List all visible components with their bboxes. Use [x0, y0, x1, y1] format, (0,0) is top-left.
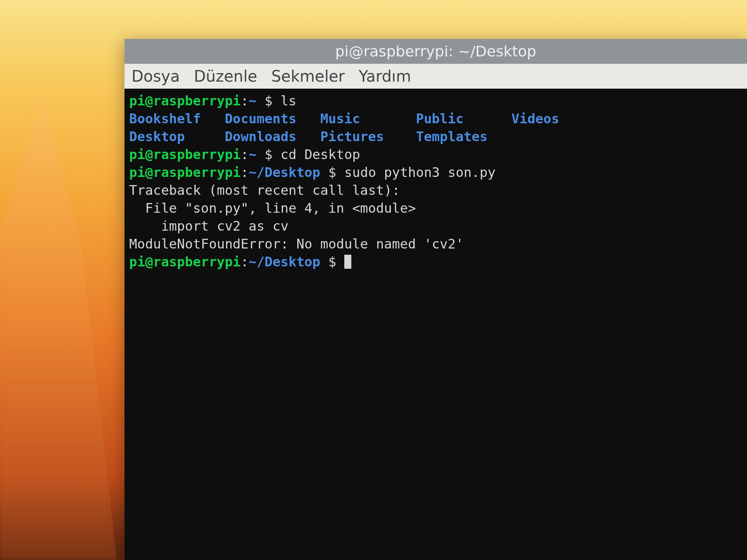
window-titlebar[interactable]: pi@raspberrypi: ~/Desktop	[124, 39, 747, 64]
prompt-path: ~/Desktop	[249, 254, 328, 270]
menu-help[interactable]: Yardım	[359, 67, 411, 85]
prompt-path: ~	[249, 93, 265, 108]
menu-edit[interactable]: Düzenle	[194, 67, 257, 85]
output-line: import cv2 as cv	[129, 217, 742, 235]
terminal-line: pi@raspberrypi:~/Desktop $ sudo python3 …	[129, 163, 742, 181]
prompt-user: pi@raspberrypi	[129, 93, 241, 108]
output-line: File "son.py", line 4, in <module>	[129, 199, 742, 217]
terminal-line: pi@raspberrypi:~/Desktop $	[129, 253, 742, 271]
ls-row: Bookshelf Documents Music Public Videos	[129, 110, 742, 128]
output-line: Traceback (most recent call last):	[129, 181, 742, 199]
prompt-cmd: cd Desktop	[281, 147, 360, 162]
prompt-dollar: $	[328, 254, 344, 270]
output-line: ModuleNotFoundError: No module named 'cv…	[129, 235, 742, 253]
prompt-colon: :	[241, 147, 249, 162]
prompt-colon: :	[241, 254, 249, 270]
menu-tabs[interactable]: Sekmeler	[271, 67, 345, 85]
menubar: Dosya Düzenle Sekmeler Yardım	[124, 64, 747, 89]
terminal-line: pi@raspberrypi:~ $ cd Desktop	[129, 145, 742, 163]
menu-file[interactable]: Dosya	[132, 67, 180, 85]
ls-row: Desktop Downloads Pictures Templates	[129, 128, 742, 145]
terminal-window: pi@raspberrypi: ~/Desktop Dosya Düzenle …	[124, 39, 747, 560]
prompt-path: ~	[249, 147, 265, 162]
prompt-cmd: ls	[281, 93, 296, 108]
window-title: pi@raspberrypi: ~/Desktop	[335, 43, 537, 60]
prompt-colon: :	[241, 93, 249, 108]
terminal-line: pi@raspberrypi:~ $ ls	[129, 92, 742, 110]
prompt-user: pi@raspberrypi	[129, 147, 241, 162]
prompt-colon: :	[241, 164, 249, 180]
cursor-icon	[344, 255, 351, 269]
prompt-user: pi@raspberrypi	[129, 164, 241, 180]
prompt-path: ~/Desktop	[249, 164, 328, 180]
prompt-cmd: sudo python3 son.py	[344, 164, 496, 180]
prompt-dollar: $	[265, 93, 281, 108]
prompt-dollar: $	[265, 147, 281, 162]
terminal-output[interactable]: pi@raspberrypi:~ $ lsBookshelf Documents…	[124, 89, 747, 560]
prompt-user: pi@raspberrypi	[129, 254, 241, 270]
prompt-dollar: $	[328, 164, 344, 180]
